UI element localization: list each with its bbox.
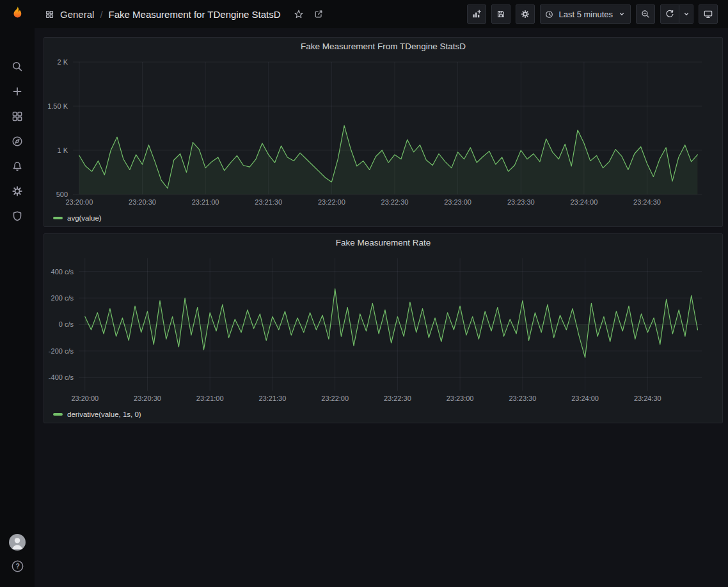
- panel-title[interactable]: Fake Measurement Rate: [336, 238, 431, 247]
- search-icon: [11, 60, 24, 73]
- zoom-out-button[interactable]: [636, 4, 655, 24]
- avatar-icon: [9, 534, 26, 551]
- chevron-down-icon: [617, 10, 626, 19]
- apps-icon: [11, 110, 24, 123]
- save-icon: [496, 9, 506, 19]
- shield-icon: [11, 210, 24, 223]
- svg-text:23:21:30: 23:21:30: [255, 198, 282, 206]
- compass-icon: [11, 135, 24, 148]
- sidebar-item-help[interactable]: ?: [0, 560, 35, 573]
- svg-text:-200 c/s: -200 c/s: [49, 347, 74, 355]
- svg-text:23:23:00: 23:23:00: [444, 198, 471, 206]
- dashboard-toolbar: Last 5 minutes: [467, 4, 718, 24]
- page-title: Fake Measurement for TDengine StatsD: [109, 9, 281, 20]
- breadcrumb-separator: /: [100, 9, 102, 20]
- svg-text:2 K: 2 K: [57, 58, 68, 66]
- svg-text:1.50 K: 1.50 K: [47, 102, 68, 110]
- time-series-chart[interactable]: 400 c/s200 c/s0 c/s-200 c/s-400 c/s23:20…: [44, 251, 722, 407]
- sidebar-bottom: ?: [0, 534, 35, 587]
- grafana-app: ? General / Fake Measurement for TDengin…: [0, 0, 728, 587]
- dashboard-apps-icon: [45, 10, 54, 19]
- breadcrumb: General / Fake Measurement for TDengine …: [45, 7, 326, 21]
- time-range-label: Last 5 minutes: [558, 10, 613, 19]
- gear-icon: [11, 185, 24, 198]
- svg-text:400 c/s: 400 c/s: [51, 268, 74, 276]
- svg-text:1 K: 1 K: [57, 146, 68, 154]
- time-series-chart[interactable]: 2 K1.50 K1 K50023:20:0023:20:3023:21:002…: [44, 54, 722, 211]
- svg-text:23:22:30: 23:22:30: [381, 198, 409, 206]
- dashboard-settings-button[interactable]: [516, 4, 535, 24]
- plus-icon: [11, 85, 24, 98]
- svg-text:23:23:30: 23:23:30: [509, 395, 536, 402]
- star-dashboard-button[interactable]: [292, 7, 306, 21]
- svg-text:23:22:30: 23:22:30: [384, 395, 411, 402]
- clock-icon: [544, 10, 554, 19]
- sidebar-item-server-admin[interactable]: [0, 203, 35, 228]
- svg-text:23:22:00: 23:22:00: [321, 395, 349, 402]
- refresh-button[interactable]: [660, 4, 679, 24]
- add-panel-button[interactable]: [467, 4, 486, 24]
- help-icon: ?: [11, 560, 24, 573]
- panel-title[interactable]: Fake Measurement From TDengine StatsD: [301, 42, 466, 51]
- svg-text:23:21:00: 23:21:00: [196, 395, 224, 402]
- sidebar-nav: [0, 54, 35, 228]
- svg-text:23:24:30: 23:24:30: [634, 395, 661, 402]
- sidebar-item-search[interactable]: [0, 54, 35, 79]
- svg-text:23:20:00: 23:20:00: [65, 198, 93, 206]
- chevron-down-icon: [682, 10, 691, 19]
- legend-series-swatch: [53, 413, 63, 416]
- topbar: General / Fake Measurement for TDengine …: [35, 0, 728, 28]
- bell-icon: [11, 160, 24, 173]
- dashboard-grid: Fake Measurement From TDengine StatsD 2 …: [35, 28, 728, 587]
- svg-text:23:24:30: 23:24:30: [633, 198, 661, 206]
- panel-fake-measurement-rate: Fake Measurement Rate 400 c/s200 c/s0 c/…: [44, 233, 723, 423]
- sidebar: ?: [0, 0, 35, 587]
- refresh-button-group: [660, 4, 693, 24]
- share-icon: [313, 9, 324, 19]
- svg-text:23:23:30: 23:23:30: [507, 198, 535, 206]
- svg-text:200 c/s: 200 c/s: [51, 294, 74, 302]
- legend-series-label[interactable]: derivative(value, 1s, 0): [67, 411, 141, 418]
- grafana-logo[interactable]: [0, 0, 35, 28]
- legend-series-label[interactable]: avg(value): [67, 214, 102, 222]
- svg-text:23:20:00: 23:20:00: [71, 395, 99, 402]
- share-dashboard-button[interactable]: [312, 7, 326, 21]
- svg-text:23:24:00: 23:24:00: [571, 395, 599, 402]
- gear-icon: [520, 9, 530, 19]
- legend-series-swatch: [53, 217, 63, 219]
- grafana-flame-icon: [8, 5, 26, 23]
- svg-text:23:21:00: 23:21:00: [192, 198, 219, 206]
- svg-text:500: 500: [56, 191, 68, 198]
- svg-text:23:24:00: 23:24:00: [570, 198, 597, 206]
- sidebar-item-create[interactable]: [0, 79, 35, 104]
- svg-text:-400 c/s: -400 c/s: [49, 373, 74, 381]
- sidebar-item-configuration[interactable]: [0, 178, 35, 203]
- breadcrumb-section[interactable]: General: [60, 9, 94, 20]
- svg-text:?: ?: [15, 562, 20, 570]
- time-picker-button[interactable]: Last 5 minutes: [540, 4, 631, 24]
- panel-legend: derivative(value, 1s, 0): [44, 407, 722, 423]
- svg-text:23:20:30: 23:20:30: [129, 198, 156, 206]
- refresh-interval-button[interactable]: [679, 4, 693, 24]
- sidebar-item-profile[interactable]: [0, 534, 35, 551]
- zoom-out-icon: [640, 9, 651, 19]
- save-dashboard-button[interactable]: [491, 4, 510, 24]
- content-area: General / Fake Measurement for TDengine …: [35, 0, 728, 587]
- monitor-icon: [703, 9, 713, 19]
- cycle-view-mode-button[interactable]: [699, 4, 718, 24]
- star-icon: [294, 9, 304, 19]
- svg-text:23:21:30: 23:21:30: [258, 395, 286, 402]
- sidebar-item-explore[interactable]: [0, 129, 35, 153]
- panel-add-icon: [471, 9, 482, 19]
- sidebar-item-dashboards[interactable]: [0, 104, 35, 129]
- svg-text:23:20:30: 23:20:30: [134, 395, 161, 402]
- svg-text:0 c/s: 0 c/s: [59, 320, 74, 328]
- panel-legend: avg(value): [44, 211, 722, 226]
- panel-fake-measurement: Fake Measurement From TDengine StatsD 2 …: [44, 37, 723, 227]
- svg-text:23:22:00: 23:22:00: [318, 198, 345, 206]
- panel-header: Fake Measurement From TDengine StatsD: [44, 38, 722, 54]
- svg-text:23:23:00: 23:23:00: [447, 395, 474, 402]
- sidebar-item-alerting[interactable]: [0, 153, 35, 178]
- refresh-icon: [665, 9, 675, 19]
- panel-header: Fake Measurement Rate: [44, 234, 722, 251]
